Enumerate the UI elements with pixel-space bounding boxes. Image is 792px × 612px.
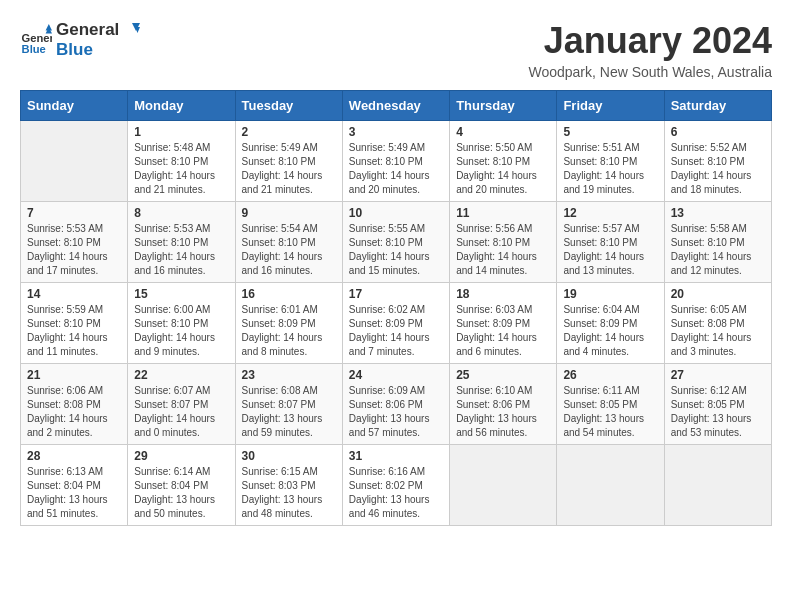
- day-cell: 17Sunrise: 6:02 AM Sunset: 8:09 PM Dayli…: [342, 283, 449, 364]
- day-info: Sunrise: 5:49 AM Sunset: 8:10 PM Dayligh…: [242, 141, 336, 197]
- day-cell: 27Sunrise: 6:12 AM Sunset: 8:05 PM Dayli…: [664, 364, 771, 445]
- svg-text:Blue: Blue: [22, 43, 46, 55]
- day-number: 31: [349, 449, 443, 463]
- day-info: Sunrise: 6:11 AM Sunset: 8:05 PM Dayligh…: [563, 384, 657, 440]
- day-number: 9: [242, 206, 336, 220]
- day-number: 4: [456, 125, 550, 139]
- day-info: Sunrise: 6:15 AM Sunset: 8:03 PM Dayligh…: [242, 465, 336, 521]
- day-cell: 8Sunrise: 5:53 AM Sunset: 8:10 PM Daylig…: [128, 202, 235, 283]
- day-number: 22: [134, 368, 228, 382]
- day-number: 6: [671, 125, 765, 139]
- day-number: 10: [349, 206, 443, 220]
- day-number: 21: [27, 368, 121, 382]
- day-number: 16: [242, 287, 336, 301]
- day-info: Sunrise: 5:53 AM Sunset: 8:10 PM Dayligh…: [27, 222, 121, 278]
- day-info: Sunrise: 6:07 AM Sunset: 8:07 PM Dayligh…: [134, 384, 228, 440]
- day-cell: 23Sunrise: 6:08 AM Sunset: 8:07 PM Dayli…: [235, 364, 342, 445]
- day-info: Sunrise: 5:58 AM Sunset: 8:10 PM Dayligh…: [671, 222, 765, 278]
- title-area: January 2024 Woodpark, New South Wales, …: [528, 20, 772, 80]
- day-info: Sunrise: 6:01 AM Sunset: 8:09 PM Dayligh…: [242, 303, 336, 359]
- day-cell: 28Sunrise: 6:13 AM Sunset: 8:04 PM Dayli…: [21, 445, 128, 526]
- logo-wing-icon: [122, 21, 140, 39]
- header-day-thursday: Thursday: [450, 91, 557, 121]
- day-number: 29: [134, 449, 228, 463]
- header-day-monday: Monday: [128, 91, 235, 121]
- header: General Blue General Blue January 2024 W…: [20, 20, 772, 80]
- day-cell: 18Sunrise: 6:03 AM Sunset: 8:09 PM Dayli…: [450, 283, 557, 364]
- day-cell: 12Sunrise: 5:57 AM Sunset: 8:10 PM Dayli…: [557, 202, 664, 283]
- day-info: Sunrise: 5:48 AM Sunset: 8:10 PM Dayligh…: [134, 141, 228, 197]
- day-cell: 13Sunrise: 5:58 AM Sunset: 8:10 PM Dayli…: [664, 202, 771, 283]
- day-cell: 2Sunrise: 5:49 AM Sunset: 8:10 PM Daylig…: [235, 121, 342, 202]
- day-number: 8: [134, 206, 228, 220]
- day-cell: 20Sunrise: 6:05 AM Sunset: 8:08 PM Dayli…: [664, 283, 771, 364]
- day-number: 1: [134, 125, 228, 139]
- week-row-1: 1Sunrise: 5:48 AM Sunset: 8:10 PM Daylig…: [21, 121, 772, 202]
- day-cell: 1Sunrise: 5:48 AM Sunset: 8:10 PM Daylig…: [128, 121, 235, 202]
- day-number: 5: [563, 125, 657, 139]
- day-number: 13: [671, 206, 765, 220]
- logo-general: General: [56, 20, 140, 40]
- day-cell: 19Sunrise: 6:04 AM Sunset: 8:09 PM Dayli…: [557, 283, 664, 364]
- day-cell: 22Sunrise: 6:07 AM Sunset: 8:07 PM Dayli…: [128, 364, 235, 445]
- calendar-table: SundayMondayTuesdayWednesdayThursdayFrid…: [20, 90, 772, 526]
- day-cell: 7Sunrise: 5:53 AM Sunset: 8:10 PM Daylig…: [21, 202, 128, 283]
- day-cell: 3Sunrise: 5:49 AM Sunset: 8:10 PM Daylig…: [342, 121, 449, 202]
- day-cell: 10Sunrise: 5:55 AM Sunset: 8:10 PM Dayli…: [342, 202, 449, 283]
- day-cell: 24Sunrise: 6:09 AM Sunset: 8:06 PM Dayli…: [342, 364, 449, 445]
- day-number: 7: [27, 206, 121, 220]
- day-cell: 6Sunrise: 5:52 AM Sunset: 8:10 PM Daylig…: [664, 121, 771, 202]
- logo-blue: Blue: [56, 40, 140, 60]
- day-cell: 29Sunrise: 6:14 AM Sunset: 8:04 PM Dayli…: [128, 445, 235, 526]
- day-number: 30: [242, 449, 336, 463]
- day-info: Sunrise: 6:10 AM Sunset: 8:06 PM Dayligh…: [456, 384, 550, 440]
- week-row-4: 21Sunrise: 6:06 AM Sunset: 8:08 PM Dayli…: [21, 364, 772, 445]
- day-info: Sunrise: 5:51 AM Sunset: 8:10 PM Dayligh…: [563, 141, 657, 197]
- day-cell: 30Sunrise: 6:15 AM Sunset: 8:03 PM Dayli…: [235, 445, 342, 526]
- day-info: Sunrise: 5:50 AM Sunset: 8:10 PM Dayligh…: [456, 141, 550, 197]
- day-cell: 15Sunrise: 6:00 AM Sunset: 8:10 PM Dayli…: [128, 283, 235, 364]
- day-info: Sunrise: 6:00 AM Sunset: 8:10 PM Dayligh…: [134, 303, 228, 359]
- day-number: 26: [563, 368, 657, 382]
- day-number: 28: [27, 449, 121, 463]
- header-day-wednesday: Wednesday: [342, 91, 449, 121]
- day-number: 17: [349, 287, 443, 301]
- day-cell: 9Sunrise: 5:54 AM Sunset: 8:10 PM Daylig…: [235, 202, 342, 283]
- header-day-saturday: Saturday: [664, 91, 771, 121]
- day-cell: 4Sunrise: 5:50 AM Sunset: 8:10 PM Daylig…: [450, 121, 557, 202]
- logo: General Blue General Blue: [20, 20, 140, 61]
- day-info: Sunrise: 6:04 AM Sunset: 8:09 PM Dayligh…: [563, 303, 657, 359]
- day-number: 11: [456, 206, 550, 220]
- day-info: Sunrise: 6:02 AM Sunset: 8:09 PM Dayligh…: [349, 303, 443, 359]
- header-day-sunday: Sunday: [21, 91, 128, 121]
- day-info: Sunrise: 6:05 AM Sunset: 8:08 PM Dayligh…: [671, 303, 765, 359]
- day-number: 3: [349, 125, 443, 139]
- day-number: 18: [456, 287, 550, 301]
- header-day-friday: Friday: [557, 91, 664, 121]
- day-cell: [21, 121, 128, 202]
- day-number: 2: [242, 125, 336, 139]
- week-row-2: 7Sunrise: 5:53 AM Sunset: 8:10 PM Daylig…: [21, 202, 772, 283]
- day-info: Sunrise: 6:03 AM Sunset: 8:09 PM Dayligh…: [456, 303, 550, 359]
- day-number: 12: [563, 206, 657, 220]
- day-cell: 11Sunrise: 5:56 AM Sunset: 8:10 PM Dayli…: [450, 202, 557, 283]
- day-cell: 25Sunrise: 6:10 AM Sunset: 8:06 PM Dayli…: [450, 364, 557, 445]
- day-cell: [450, 445, 557, 526]
- location: Woodpark, New South Wales, Australia: [528, 64, 772, 80]
- week-row-3: 14Sunrise: 5:59 AM Sunset: 8:10 PM Dayli…: [21, 283, 772, 364]
- day-info: Sunrise: 6:13 AM Sunset: 8:04 PM Dayligh…: [27, 465, 121, 521]
- day-info: Sunrise: 5:57 AM Sunset: 8:10 PM Dayligh…: [563, 222, 657, 278]
- day-cell: 26Sunrise: 6:11 AM Sunset: 8:05 PM Dayli…: [557, 364, 664, 445]
- day-cell: 31Sunrise: 6:16 AM Sunset: 8:02 PM Dayli…: [342, 445, 449, 526]
- month-title: January 2024: [528, 20, 772, 62]
- day-cell: [664, 445, 771, 526]
- day-info: Sunrise: 6:08 AM Sunset: 8:07 PM Dayligh…: [242, 384, 336, 440]
- day-number: 23: [242, 368, 336, 382]
- logo-icon: General Blue: [20, 24, 52, 56]
- day-number: 20: [671, 287, 765, 301]
- day-info: Sunrise: 6:16 AM Sunset: 8:02 PM Dayligh…: [349, 465, 443, 521]
- day-cell: 5Sunrise: 5:51 AM Sunset: 8:10 PM Daylig…: [557, 121, 664, 202]
- day-info: Sunrise: 5:54 AM Sunset: 8:10 PM Dayligh…: [242, 222, 336, 278]
- day-info: Sunrise: 6:12 AM Sunset: 8:05 PM Dayligh…: [671, 384, 765, 440]
- day-cell: [557, 445, 664, 526]
